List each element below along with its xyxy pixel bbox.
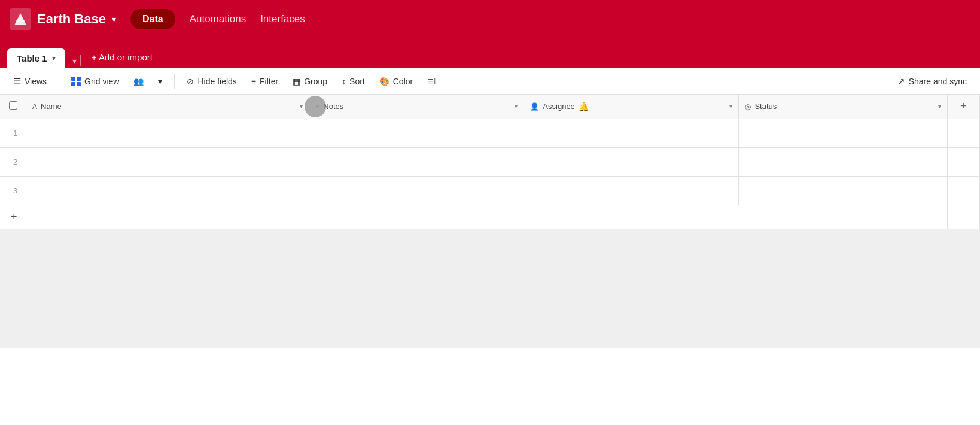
assignee-col-label: Assignee (543, 102, 574, 111)
col-header-name[interactable]: A Name ▾ (26, 95, 309, 119)
table-tab-chevron-icon[interactable]: ▾ (52, 54, 56, 62)
name-col-label: Name (41, 102, 62, 111)
add-row-button[interactable]: + (6, 210, 22, 224)
table-tab-label: Table 1 (17, 53, 47, 63)
logo-icon (10, 8, 31, 30)
grid-view-chevron-icon: ▾ (158, 77, 162, 86)
filter-icon: ≡ (251, 77, 256, 86)
bell-icon[interactable]: 🔔 (579, 102, 589, 111)
empty-row (0, 229, 980, 348)
row-3-assignee-cell[interactable] (524, 176, 739, 205)
toolbar-divider-2 (174, 74, 175, 89)
list-detail-button[interactable]: ≡ | (421, 73, 442, 90)
table-tab-bar: Table 1 ▾ ▾ | + Add or import (0, 38, 980, 68)
add-column-button[interactable]: + (960, 100, 967, 113)
nav-automations-button[interactable]: Automations (190, 13, 246, 25)
table-row: 1 (0, 119, 980, 147)
share-sync-icon: ↗ (897, 76, 905, 87)
data-table: A Name ▾ ≡ Notes ▾ 👤 (0, 95, 980, 348)
row-3-status-cell[interactable] (739, 176, 947, 205)
share-sync-label: Share and sync (909, 77, 967, 86)
row-2-assignee-cell[interactable] (524, 147, 739, 176)
select-all-checkbox[interactable] (9, 101, 17, 110)
table-tab-expand-icon[interactable]: ▾ (72, 56, 77, 66)
row-1-checkbox-cell[interactable]: 1 (0, 119, 26, 147)
notes-col-type-icon: ≡ (315, 102, 319, 111)
views-button[interactable]: ☰ Views (7, 73, 53, 90)
share-sync-button[interactable]: ↗ Share and sync (891, 73, 973, 90)
table-1-tab[interactable]: Table 1 ▾ (7, 48, 65, 68)
list-detail-icon: ≡ (427, 76, 433, 87)
col-header-notes[interactable]: ≡ Notes ▾ (309, 95, 524, 119)
toolbar-divider-1 (59, 74, 59, 89)
row-1-assignee-cell[interactable] (524, 119, 739, 147)
hide-fields-label: Hide fields (197, 77, 236, 86)
top-nav: Earth Base ▾ Data Automations Interfaces (0, 0, 980, 38)
add-row-extra (947, 205, 979, 229)
color-label: Color (393, 77, 413, 86)
row-1-num: 1 (6, 129, 20, 138)
group-button[interactable]: ▦ Group (287, 74, 333, 89)
app-chevron-icon[interactable]: ▾ (112, 14, 116, 24)
filter-button[interactable]: ≡ Filter (245, 74, 284, 89)
row-1-extra-cell (947, 119, 979, 147)
group-label: Group (304, 77, 327, 86)
grid-view-button[interactable]: Grid view (65, 74, 125, 89)
col-header-add[interactable]: + (947, 95, 979, 119)
color-icon: 🎨 (379, 77, 389, 86)
sort-icon: ↕ (342, 77, 346, 86)
row-3-checkbox-cell[interactable]: 3 (0, 176, 26, 205)
row-3-name-cell[interactable] (26, 176, 309, 205)
name-col-chevron-icon[interactable]: ▾ (300, 103, 303, 110)
row-2-num: 2 (6, 157, 20, 166)
grid-container: A Name ▾ ≡ Notes ▾ 👤 (0, 95, 980, 425)
assignee-col-chevron-icon[interactable]: ▾ (729, 103, 732, 110)
nav-interfaces-button[interactable]: Interfaces (260, 13, 305, 25)
hide-fields-button[interactable]: ⊘ Hide fields (181, 74, 242, 89)
sort-button[interactable]: ↕ Sort (336, 74, 371, 89)
grid-view-icon (71, 77, 81, 86)
empty-area (0, 229, 947, 348)
row-3-notes-cell[interactable] (309, 176, 524, 205)
color-button[interactable]: 🎨 Color (373, 74, 419, 89)
row-2-name-cell[interactable] (26, 147, 309, 176)
status-col-label: Status (754, 102, 777, 111)
header-row: A Name ▾ ≡ Notes ▾ 👤 (0, 95, 980, 119)
row-1-name-cell[interactable] (26, 119, 309, 147)
col-header-checkbox[interactable] (0, 95, 26, 119)
grid-view-people-button[interactable]: 👥 (127, 74, 150, 89)
notes-col-chevron-icon[interactable]: ▾ (515, 103, 518, 110)
add-import-button[interactable]: + Add or import (84, 47, 160, 67)
add-row-cell[interactable]: + (0, 205, 947, 229)
grid-view-label: Grid view (84, 77, 119, 86)
row-2-extra-cell (947, 147, 979, 176)
col-header-status[interactable]: ◎ Status ▾ (739, 95, 947, 119)
row-2-notes-cell[interactable] (309, 147, 524, 176)
name-col-type-icon: A (32, 102, 37, 111)
row-1-status-cell[interactable] (739, 119, 947, 147)
tab-divider: | (79, 53, 82, 67)
row-2-status-cell[interactable] (739, 147, 947, 176)
col-header-assignee[interactable]: 👤 Assignee 🔔 ▾ (524, 95, 739, 119)
views-icon: ☰ (13, 76, 21, 87)
filter-label: Filter (260, 77, 278, 86)
nav-data-button[interactable]: Data (130, 9, 175, 29)
notes-col-label: Notes (323, 102, 343, 111)
table-row: 2 (0, 147, 980, 176)
row-3-extra-cell (947, 176, 979, 205)
svg-rect-2 (16, 20, 25, 22)
toolbar: ☰ Views Grid view 👥 ▾ ⊘ Hide fields ≡ Fi… (0, 68, 980, 95)
list-detail-sub-icon: | (434, 78, 436, 84)
sort-label: Sort (349, 77, 365, 86)
hide-fields-icon: ⊘ (187, 77, 194, 86)
group-icon: ▦ (293, 77, 300, 86)
people-icon: 👥 (133, 77, 144, 86)
row-2-checkbox-cell[interactable]: 2 (0, 147, 26, 176)
views-label: Views (25, 77, 47, 86)
row-1-notes-cell[interactable] (309, 119, 524, 147)
logo-area: Earth Base ▾ (10, 8, 116, 30)
status-col-chevron-icon[interactable]: ▾ (938, 103, 941, 110)
add-row: + (0, 205, 980, 229)
row-3-num: 3 (6, 186, 20, 195)
grid-view-chevron-button[interactable]: ▾ (152, 74, 168, 89)
